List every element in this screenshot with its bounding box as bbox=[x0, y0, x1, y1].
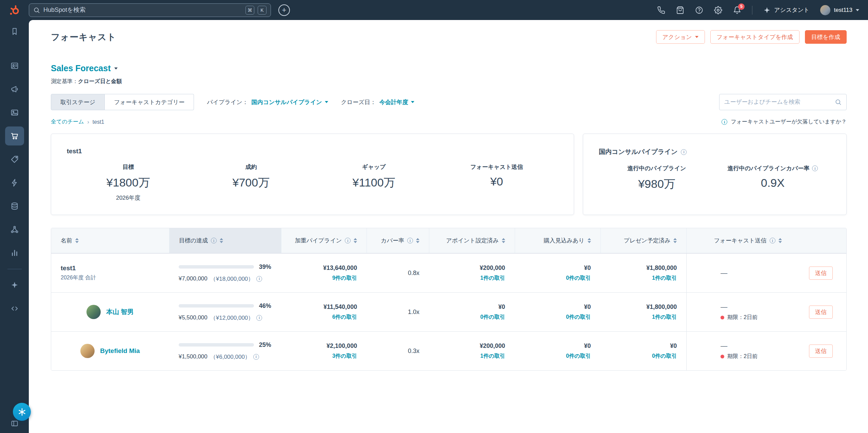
due-status: 期限：2日前 bbox=[721, 353, 757, 360]
breadcrumb-all-teams-link[interactable]: 全てのチーム bbox=[51, 118, 84, 125]
stat-open-pipeline: 進行中のパイプライン ¥980万 bbox=[599, 164, 715, 202]
sidebar-item-data[interactable] bbox=[5, 197, 24, 216]
close-date-filter-value[interactable]: 今会計年度 bbox=[379, 98, 414, 106]
navbar-right: 5 アシスタント test113 bbox=[657, 5, 868, 15]
user-team-search[interactable] bbox=[719, 94, 847, 110]
sort-icon[interactable] bbox=[673, 238, 677, 243]
column-header-buy-in[interactable]: 購入見込みあり bbox=[515, 228, 600, 253]
forecast-view-selector[interactable]: Sales Forecast bbox=[51, 63, 847, 73]
presentation-amount: ¥1,800,000 bbox=[646, 303, 677, 311]
weighted-deals-link[interactable]: 6件の取引 bbox=[332, 314, 357, 321]
overdue-dot-icon bbox=[721, 316, 724, 319]
database-icon bbox=[10, 202, 19, 211]
weighted-deals-link[interactable]: 3件の取引 bbox=[332, 353, 357, 360]
appointments-amount: ¥200,000 bbox=[480, 342, 505, 350]
sidebar-item-content[interactable] bbox=[5, 103, 24, 122]
info-icon[interactable] bbox=[211, 238, 217, 243]
sort-icon[interactable] bbox=[75, 238, 79, 243]
weighted-amount: ¥11,540,000 bbox=[323, 303, 357, 311]
weighted-deals-link[interactable]: 9件の取引 bbox=[332, 275, 357, 282]
sort-icon[interactable] bbox=[354, 238, 357, 243]
send-button[interactable]: 送信 bbox=[809, 306, 833, 319]
call-icon[interactable] bbox=[657, 6, 665, 14]
column-header-presentation[interactable]: プレゼン予定済み bbox=[600, 228, 687, 253]
actions-dropdown-button[interactable]: アクション bbox=[656, 30, 705, 44]
user-team-search-input[interactable] bbox=[724, 99, 831, 105]
notifications-bell-icon[interactable]: 5 bbox=[733, 6, 741, 14]
column-header-goal-attainment[interactable]: 目標の達成 bbox=[169, 228, 281, 253]
column-header-name[interactable]: 名前 bbox=[51, 228, 169, 253]
create-goal-button[interactable]: 目標を作成 bbox=[805, 30, 847, 44]
column-header-appointments[interactable]: アポイント設定済み bbox=[429, 228, 515, 253]
appointments-deals-link[interactable]: 1件の取引 bbox=[480, 275, 505, 282]
tab-deal-stage[interactable]: 取引ステージ bbox=[51, 94, 105, 110]
sidebar-item-bookmarks[interactable] bbox=[5, 22, 24, 41]
sidebar-item-contacts[interactable] bbox=[5, 56, 24, 75]
sort-icon[interactable] bbox=[588, 238, 591, 243]
column-header-coverage[interactable]: カバー率 bbox=[367, 228, 429, 253]
tab-forecast-category[interactable]: フォーキャストカテゴリー bbox=[105, 94, 194, 110]
marketplace-icon[interactable] bbox=[676, 6, 684, 14]
collapse-sidebar-icon[interactable] bbox=[11, 419, 19, 428]
presentation-deals-link[interactable]: 1件の取引 bbox=[652, 275, 677, 282]
stat-gap-label: ギャップ bbox=[362, 163, 386, 171]
member-name-link[interactable]: 本山 智男 bbox=[106, 308, 134, 316]
sort-icon[interactable] bbox=[778, 238, 782, 243]
sidebar-item-developer[interactable] bbox=[5, 299, 24, 318]
missing-users-hint[interactable]: フォーキャストユーザーが欠落していますか？ bbox=[722, 118, 847, 125]
user-menu[interactable]: test113 bbox=[820, 5, 859, 15]
sidebar-item-automation[interactable] bbox=[5, 173, 24, 192]
buy-in-deals-link[interactable]: 0件の取引 bbox=[566, 314, 591, 321]
sidebar-item-marketing[interactable] bbox=[5, 80, 24, 99]
sidebar-item-tickets[interactable] bbox=[5, 150, 24, 169]
column-header-weighted-pipeline[interactable]: 加重パイプライン bbox=[281, 228, 367, 253]
breeze-assistant-fab[interactable] bbox=[13, 403, 31, 421]
sidebar-item-ai[interactable] bbox=[5, 276, 24, 295]
presentation-deals-link[interactable]: 0件の取引 bbox=[652, 353, 677, 360]
send-button[interactable]: 送信 bbox=[809, 345, 833, 358]
appointments-deals-link[interactable]: 1件の取引 bbox=[480, 353, 505, 360]
stat-goal: 目標 ¥1800万 2026年度 bbox=[67, 163, 190, 202]
pipeline-filter-value[interactable]: 国内コンサルパイプライン bbox=[252, 98, 328, 106]
sort-icon[interactable] bbox=[220, 238, 223, 243]
coverage-value: 0.8x bbox=[408, 270, 419, 277]
global-search[interactable]: ⌘ K bbox=[29, 3, 271, 17]
buy-in-deals-link[interactable]: 0件の取引 bbox=[566, 275, 591, 282]
settings-gear-icon[interactable] bbox=[714, 6, 722, 14]
info-icon[interactable] bbox=[770, 238, 775, 243]
appointments-deals-link[interactable]: 0件の取引 bbox=[480, 314, 505, 321]
global-search-input[interactable] bbox=[43, 6, 242, 14]
send-button[interactable]: 送信 bbox=[809, 267, 833, 280]
create-forecast-type-button[interactable]: フォーキャストタイプを作成 bbox=[710, 30, 800, 44]
column-header-forecast-submitted[interactable]: フォーキャスト送信 bbox=[686, 228, 846, 253]
member-name-link[interactable]: Bytefield Mia bbox=[100, 347, 140, 355]
forecast-submitted-cell: — 送信 bbox=[686, 254, 846, 292]
info-icon[interactable] bbox=[256, 315, 262, 321]
info-icon[interactable] bbox=[681, 149, 687, 155]
info-icon[interactable] bbox=[345, 238, 351, 243]
info-icon[interactable] bbox=[256, 276, 262, 282]
sidebar-item-commerce[interactable] bbox=[5, 126, 24, 145]
name-cell: test1 2026年度 合計 bbox=[51, 254, 169, 292]
sidebar-item-network[interactable] bbox=[5, 220, 24, 239]
presentation-deals-link[interactable]: 1件の取引 bbox=[652, 314, 677, 321]
hubspot-logo[interactable] bbox=[0, 4, 29, 16]
presentation-amount: ¥0 bbox=[670, 342, 677, 350]
stat-closed: 成約 ¥700万 bbox=[190, 163, 312, 202]
buy-in-cell: ¥0 0件の取引 bbox=[515, 332, 600, 370]
table-row-member: 本山 智男 46% ¥5,500,000 （¥12,000,000） ¥11,5… bbox=[51, 292, 846, 331]
page-title: フォーキャスト bbox=[51, 31, 116, 43]
sort-icon[interactable] bbox=[416, 238, 419, 243]
info-icon[interactable] bbox=[253, 354, 259, 360]
buy-in-deals-link[interactable]: 0件の取引 bbox=[566, 353, 591, 360]
assistant-button[interactable]: アシスタント bbox=[763, 6, 809, 14]
info-icon[interactable] bbox=[812, 165, 818, 171]
sidebar-item-reports[interactable] bbox=[5, 243, 24, 262]
sort-icon[interactable] bbox=[502, 238, 505, 243]
info-icon[interactable] bbox=[407, 238, 413, 243]
create-button[interactable]: + bbox=[278, 4, 290, 16]
navbar-divider bbox=[752, 6, 752, 15]
help-icon[interactable] bbox=[695, 6, 703, 14]
lightning-icon bbox=[10, 178, 19, 187]
measurement-basis: 測定基準：クローズ日と金額 bbox=[51, 78, 847, 85]
